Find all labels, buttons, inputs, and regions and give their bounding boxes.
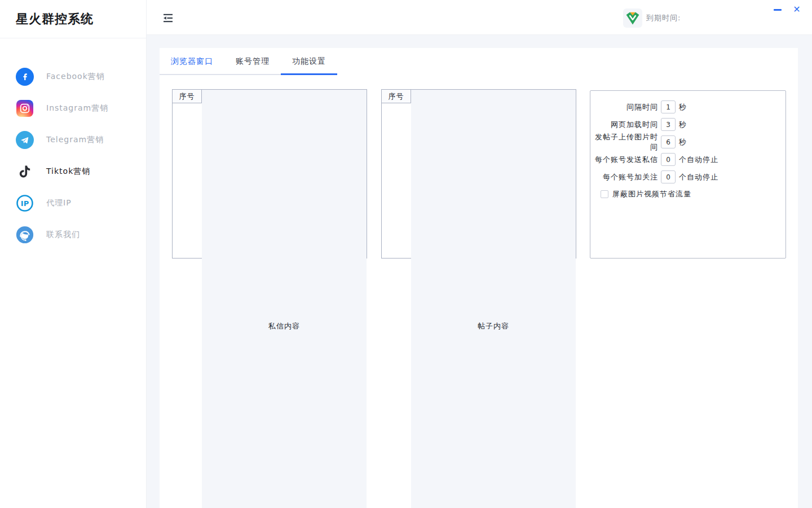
column-header-private-message: 私信内容 <box>202 90 367 508</box>
column-header-seq: 序号 <box>382 90 411 103</box>
minimize-icon <box>774 9 782 11</box>
follow-limit-input[interactable] <box>661 170 676 183</box>
dm-limit-input[interactable] <box>661 153 676 166</box>
close-icon: ✕ <box>793 5 800 14</box>
setting-label: 网页加载时间 <box>590 120 658 130</box>
setting-suffix: 个自动停止 <box>679 155 718 165</box>
interval-time-input[interactable] <box>661 100 676 113</box>
sidebar-item-label: Tiktok营销 <box>46 167 90 177</box>
customer-service-icon <box>16 226 34 244</box>
minimize-button[interactable] <box>768 2 787 17</box>
page-load-time-input[interactable] <box>661 118 676 131</box>
setting-suffix: 秒 <box>679 120 687 130</box>
tab-browser-windows[interactable]: 浏览器窗口 <box>160 48 224 74</box>
sidebar-item-proxy-ip[interactable]: IP 代理IP <box>0 187 146 219</box>
setting-suffix: 秒 <box>679 102 687 112</box>
facebook-icon <box>16 68 34 86</box>
block-media-checkbox[interactable] <box>601 190 608 198</box>
setting-label: 每个账号加关注 <box>590 172 658 182</box>
sidebar-item-facebook[interactable]: Facebook营销 <box>0 61 146 93</box>
setting-row-follow-limit: 每个账号加关注 个自动停止 <box>590 168 785 186</box>
column-header-seq: 序号 <box>173 90 202 103</box>
table-header: 序号 帖子内容 <box>382 90 576 103</box>
vip-gem-icon <box>623 8 642 28</box>
expiry-info: 到期时间: <box>623 8 681 28</box>
close-button[interactable]: ✕ <box>787 2 806 17</box>
svg-text:IP: IP <box>21 199 29 208</box>
sidebar: 星火群控系统 Facebook营销 <box>0 0 147 508</box>
instagram-icon <box>16 99 34 117</box>
setting-row-dm-limit: 每个账号发送私信 个自动停止 <box>590 151 785 168</box>
sidebar-item-contact[interactable]: 联系我们 <box>0 219 146 251</box>
sidebar-item-telegram[interactable]: Telegram营销 <box>0 124 146 156</box>
tabs-bar: 浏览器窗口 账号管理 功能设置 <box>160 48 337 75</box>
setting-label: 间隔时间 <box>590 102 658 112</box>
main-area: 到期时间: ✕ 浏览器窗口 账号管理 功能设置 序号 <box>147 0 812 508</box>
setting-suffix: 秒 <box>679 137 687 147</box>
sidebar-item-label: Instagram营销 <box>46 103 108 113</box>
tab-account-management[interactable]: 账号管理 <box>224 48 281 74</box>
setting-label: 每个账号发送私信 <box>590 155 658 165</box>
menu-fold-icon[interactable] <box>162 14 174 23</box>
telegram-icon <box>16 131 34 149</box>
sidebar-menu: Facebook营销 Instagram营销 <box>0 61 146 251</box>
setting-row-upload-image: 发帖子上传图片时间 秒 <box>590 133 785 151</box>
window-controls: ✕ <box>768 2 806 17</box>
setting-row-block-media: 屏蔽图片视频节省流量 <box>590 189 785 199</box>
expiry-label: 到期时间: <box>646 13 681 23</box>
column-header-post-content: 帖子内容 <box>411 90 576 508</box>
sidebar-item-instagram[interactable]: Instagram营销 <box>0 93 146 124</box>
sidebar-item-label: Telegram营销 <box>46 135 104 145</box>
private-message-table: 序号 私信内容 <box>172 89 367 259</box>
tiktok-icon <box>16 163 34 181</box>
content-area: 浏览器窗口 账号管理 功能设置 序号 私信内容 序号 帖子内容 <box>147 35 812 508</box>
post-content-table: 序号 帖子内容 <box>381 89 576 259</box>
sidebar-header: 星火群控系统 <box>0 0 146 38</box>
setting-row-interval: 间隔时间 秒 <box>590 98 785 116</box>
upload-image-time-input[interactable] <box>661 135 676 148</box>
topbar: 到期时间: <box>147 0 812 35</box>
app-title: 星火群控系统 <box>16 11 94 28</box>
content-card: 浏览器窗口 账号管理 功能设置 序号 私信内容 序号 帖子内容 <box>160 48 798 508</box>
sidebar-item-label: Facebook营销 <box>46 72 105 82</box>
app-window: 星火群控系统 Facebook营销 <box>0 0 812 508</box>
setting-label: 发帖子上传图片时间 <box>590 132 658 152</box>
settings-panel: 间隔时间 秒 网页加载时间 秒 发帖子上传图片时间 秒 <box>590 90 786 259</box>
setting-row-page-load: 网页加载时间 秒 <box>590 116 785 133</box>
sidebar-item-label: 代理IP <box>46 198 72 208</box>
proxy-ip-icon: IP <box>16 194 34 212</box>
tab-function-settings[interactable]: 功能设置 <box>281 48 337 74</box>
table-header: 序号 私信内容 <box>173 90 367 103</box>
checkbox-label: 屏蔽图片视频节省流量 <box>612 189 691 199</box>
setting-suffix: 个自动停止 <box>679 172 718 182</box>
sidebar-item-label: 联系我们 <box>46 230 80 240</box>
sidebar-item-tiktok[interactable]: Tiktok营销 <box>0 156 146 187</box>
